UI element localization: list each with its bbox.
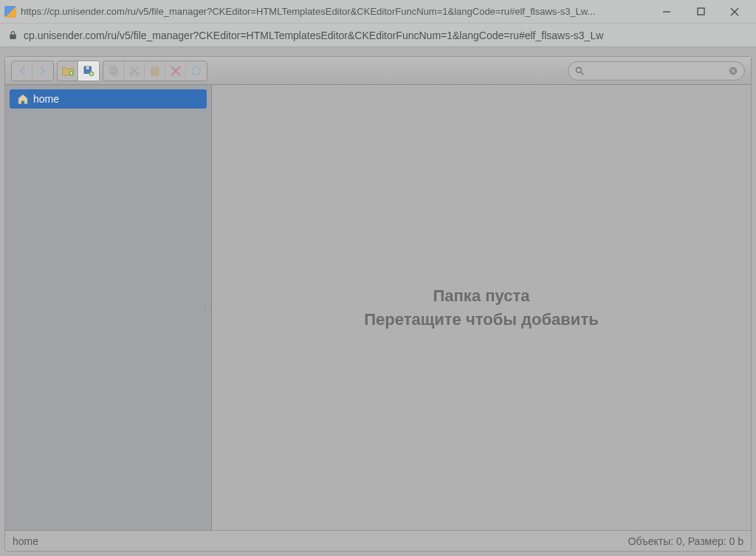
- window-title: https://cp.unisender.com/ru/v5/file_mana…: [21, 6, 650, 17]
- svg-rect-12: [151, 66, 158, 75]
- sidebar: home ⋮⋮: [5, 85, 212, 530]
- search-input[interactable]: [589, 65, 724, 76]
- address-url: cp.unisender.com/ru/v5/file_manager?CKEd…: [24, 30, 749, 41]
- delete-button[interactable]: [165, 61, 186, 80]
- paste-button[interactable]: [145, 61, 165, 80]
- svg-rect-9: [112, 68, 117, 75]
- search-box[interactable]: [568, 61, 745, 80]
- upload-button[interactable]: [78, 61, 99, 80]
- maximize-button[interactable]: [684, 0, 718, 24]
- sidebar-item-label: home: [33, 93, 59, 105]
- toolbar: [5, 57, 751, 85]
- nav-group: [11, 61, 54, 81]
- empty-state: Папка пуста Перетащите чтобы добавить: [364, 286, 598, 329]
- svg-point-14: [576, 67, 581, 72]
- window-titlebar: https://cp.unisender.com/ru/v5/file_mana…: [0, 0, 756, 24]
- status-bar: home Объекты: 0, Размер: 0 b: [5, 530, 751, 551]
- minimize-button[interactable]: [650, 0, 684, 24]
- window-controls: [650, 0, 752, 24]
- svg-rect-13: [154, 66, 157, 68]
- favicon: [4, 6, 16, 18]
- status-path: home: [13, 535, 38, 547]
- sidebar-collapse-handle[interactable]: ⋮⋮: [205, 293, 210, 323]
- svg-rect-1: [698, 8, 704, 15]
- sidebar-item-home[interactable]: home: [10, 89, 207, 109]
- new-folder-button[interactable]: [58, 61, 78, 80]
- status-info: Объекты: 0, Размер: 0 b: [628, 535, 743, 547]
- back-button[interactable]: [12, 61, 32, 80]
- cut-button[interactable]: [124, 61, 145, 80]
- file-manager: home ⋮⋮ Папка пуста Перетащите чтобы доб…: [4, 56, 752, 552]
- copy-button[interactable]: [103, 61, 124, 80]
- empty-title: Папка пуста: [364, 286, 598, 306]
- home-icon: [17, 93, 29, 105]
- forward-button[interactable]: [32, 61, 53, 80]
- edit-group: [103, 61, 207, 81]
- close-button[interactable]: [718, 0, 752, 24]
- empty-subtitle: Перетащите чтобы добавить: [364, 310, 598, 329]
- file-manager-body: home ⋮⋮ Папка пуста Перетащите чтобы доб…: [5, 85, 751, 530]
- svg-rect-8: [110, 66, 115, 73]
- folder-group: [57, 61, 100, 81]
- svg-line-15: [581, 72, 584, 75]
- search-icon: [574, 66, 585, 76]
- address-bar[interactable]: cp.unisender.com/ru/v5/file_manager?CKEd…: [0, 24, 756, 47]
- main-pane[interactable]: Папка пуста Перетащите чтобы добавить: [212, 85, 751, 530]
- lock-icon: [7, 30, 18, 41]
- clear-search-icon[interactable]: [728, 66, 738, 76]
- reload-button[interactable]: [186, 61, 207, 80]
- svg-rect-6: [86, 66, 89, 69]
